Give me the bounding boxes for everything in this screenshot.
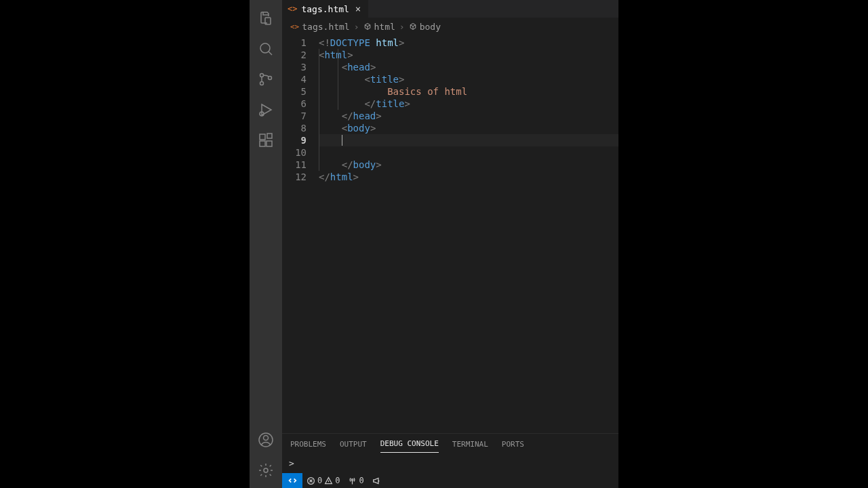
svg-point-0 xyxy=(260,43,270,53)
svg-point-3 xyxy=(269,76,272,79)
code-line[interactable]: </html> xyxy=(319,171,618,183)
explorer-icon[interactable] xyxy=(250,3,282,33)
breadcrumb-label: body xyxy=(420,22,441,32)
code-line[interactable]: </head> xyxy=(319,110,618,122)
main-area: <> tags.html × <> tags.html › html › bod… xyxy=(282,0,618,488)
svg-rect-5 xyxy=(260,134,265,140)
symbol-icon xyxy=(363,22,372,30)
status-feedback[interactable] xyxy=(368,476,385,485)
line-number: 8 xyxy=(282,122,307,134)
status-bar: 0 0 0 xyxy=(282,473,618,488)
tab-terminal[interactable]: TERMINAL xyxy=(452,436,488,453)
breadcrumb-html[interactable]: html xyxy=(363,22,395,32)
symbol-icon xyxy=(409,22,417,30)
radio-tower-icon xyxy=(348,476,357,485)
source-control-icon[interactable] xyxy=(250,64,282,94)
text-cursor xyxy=(342,135,342,146)
line-number: 7 xyxy=(282,110,307,122)
status-warnings-count: 0 xyxy=(335,476,340,485)
vscode-window: <> tags.html × <> tags.html › html › bod… xyxy=(250,0,618,488)
code-line[interactable]: <title> xyxy=(319,73,618,85)
tab-bar: <> tags.html × xyxy=(282,0,618,18)
line-number: 10 xyxy=(282,146,307,159)
code-line[interactable]: <!DOCTYPE html> xyxy=(319,37,618,49)
code-line[interactable]: <body> xyxy=(319,122,618,134)
chevron-right-icon: › xyxy=(354,22,359,32)
tab-ports[interactable]: PORTS xyxy=(502,436,524,453)
line-number: 11 xyxy=(282,159,307,171)
code-line[interactable]: Basics of html xyxy=(319,85,618,98)
svg-point-2 xyxy=(260,81,264,85)
line-number: 1 xyxy=(282,37,307,49)
svg-rect-6 xyxy=(260,141,265,146)
debug-prompt: > xyxy=(289,458,294,468)
line-number: 3 xyxy=(282,61,307,73)
megaphone-icon xyxy=(372,476,381,485)
svg-point-1 xyxy=(260,73,264,77)
panel-tabs: PROBLEMS OUTPUT DEBUG CONSOLE TERMINAL P… xyxy=(282,434,618,454)
breadcrumb-label: tags.html xyxy=(302,22,349,32)
line-gutter: 123456789101112 xyxy=(282,37,319,433)
code-line[interactable]: </title> xyxy=(319,98,618,110)
tab-problems[interactable]: PROBLEMS xyxy=(290,436,326,453)
search-icon[interactable] xyxy=(250,33,282,64)
bottom-panel: PROBLEMS OUTPUT DEBUG CONSOLE TERMINAL P… xyxy=(282,433,618,473)
error-icon xyxy=(307,476,315,485)
remote-button[interactable] xyxy=(282,473,302,488)
breadcrumb: <> tags.html › html › body xyxy=(282,18,618,35)
svg-rect-8 xyxy=(267,134,272,138)
activity-bar xyxy=(250,0,282,488)
code-line[interactable] xyxy=(319,146,618,159)
breadcrumb-file[interactable]: <> tags.html xyxy=(290,22,350,32)
code-line[interactable]: </body> xyxy=(319,159,618,171)
line-number: 5 xyxy=(282,85,307,98)
warning-icon xyxy=(324,476,333,485)
status-errors-count: 0 xyxy=(317,476,322,485)
status-ports-count: 0 xyxy=(359,476,363,485)
html-file-icon: <> xyxy=(290,22,299,31)
tab-output[interactable]: OUTPUT xyxy=(340,436,367,453)
tab-label: tags.html xyxy=(301,4,349,14)
tab-debug-console[interactable]: DEBUG CONSOLE xyxy=(380,435,439,453)
status-ports[interactable]: 0 xyxy=(344,476,368,485)
breadcrumb-label: html xyxy=(374,22,395,32)
breadcrumb-body[interactable]: body xyxy=(409,22,441,32)
line-number: 4 xyxy=(282,73,307,85)
code-line[interactable] xyxy=(319,134,618,146)
code-area[interactable]: <!DOCTYPE html><html> <head> <title> Bas… xyxy=(319,37,618,433)
line-number: 2 xyxy=(282,49,307,61)
svg-point-10 xyxy=(264,435,269,440)
run-debug-icon[interactable] xyxy=(250,94,282,125)
line-number: 9 xyxy=(282,134,307,146)
code-line[interactable]: <head> xyxy=(319,61,618,73)
tab-tags-html[interactable]: <> tags.html × xyxy=(282,0,368,18)
html-file-icon: <> xyxy=(288,4,297,14)
settings-gear-icon[interactable] xyxy=(250,455,282,485)
line-number: 6 xyxy=(282,98,307,110)
extensions-icon[interactable] xyxy=(250,125,282,155)
close-icon[interactable]: × xyxy=(353,3,363,14)
svg-point-11 xyxy=(264,468,268,472)
chevron-right-icon: › xyxy=(399,22,405,32)
editor[interactable]: 123456789101112 <!DOCTYPE html><html> <h… xyxy=(282,35,618,433)
debug-console-body[interactable]: > xyxy=(282,454,618,473)
line-number: 12 xyxy=(282,171,307,183)
accounts-icon[interactable] xyxy=(250,424,282,455)
code-line[interactable]: <html> xyxy=(319,49,618,61)
svg-rect-7 xyxy=(267,141,272,146)
status-errors[interactable]: 0 0 xyxy=(302,476,344,485)
